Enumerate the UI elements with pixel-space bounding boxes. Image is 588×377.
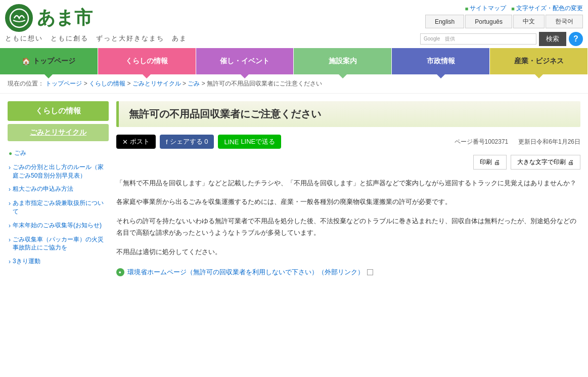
breadcrumb-gomi[interactable]: ごみ (188, 80, 200, 87)
print-large-button[interactable]: 大きな文字で印刷 🖨 (511, 155, 580, 170)
green-dot-icon: ● (9, 149, 12, 158)
arrow-icon: › (9, 199, 11, 208)
arrow-icon: › (9, 236, 11, 244)
main-area: くらしの情報 ごみとリサイクル ● ごみ › ごみの分別と出し方のルール（家庭ご… (0, 94, 588, 284)
arrow-icon: › (9, 222, 11, 230)
svg-text:●: ● (119, 270, 121, 275)
share-facebook-button[interactable]: f シェアする 0 (160, 135, 214, 149)
site-title: あま市 (37, 6, 93, 30)
sidebar-item-3kiri[interactable]: › 3きり運動 (8, 255, 109, 269)
header-right: ■ サイトマップ ■ 文字サイズ・配色の変更 English Português… (420, 4, 583, 46)
nav-arrow (241, 74, 249, 78)
logo-icon (5, 4, 33, 32)
logo-title: あま市 (5, 4, 187, 32)
sidebar-section[interactable]: ごみとリサイクル (8, 124, 109, 141)
share-x-button[interactable]: ✕ ポスト (116, 135, 156, 149)
facebook-icon: f (166, 138, 168, 146)
breadcrumb: 現在の位置： トップページ > くらしの情報 > ごみとリサイクル > ごみ >… (0, 74, 588, 94)
printer-icon: 🖨 (494, 159, 500, 166)
nav-moyoshi[interactable]: 催し・イベント (196, 48, 294, 74)
help-button[interactable]: ? (569, 32, 583, 46)
x-icon: ✕ (122, 138, 128, 146)
body-paragraph-2: 各家庭や事業所から出るごみを収集運搬するためには、産業・一般各種別の廃棄物収集運… (116, 196, 580, 207)
sidebar-item-sodai[interactable]: › 粗大ごみの申込み方法 (8, 182, 109, 196)
search-input[interactable] (455, 35, 495, 43)
body-paragraph-3: それらの許可を持たないいわゆる無許可業者で不用品を処分した後、不法投棄などのトラ… (116, 215, 580, 239)
page-meta: ページ番号1002371 更新日令和6年1月26日 (455, 138, 580, 146)
arrow-icon: › (9, 258, 11, 266)
header: あま市 ともに想い ともに創る ずっと大好きなまち あま ■ サイトマップ ■ … (0, 0, 588, 74)
search-area: Google 提供 検索 ? (420, 32, 583, 46)
arrow-icon: › (9, 185, 11, 194)
share-bar: ✕ ポスト f シェアする 0 LINE LINEで送る ページ番号100237… (116, 135, 580, 149)
printer-large-icon: 🖨 (568, 159, 574, 166)
nav-arrow (535, 74, 543, 78)
breadcrumb-prefix: 現在の位置： (8, 80, 44, 87)
nav-arrow (44, 74, 53, 78)
lang-english[interactable]: English (425, 15, 464, 28)
page-heading: 無許可の不用品回収業者にご注意ください (116, 101, 580, 127)
share-line-button[interactable]: LINE LINEで送る (218, 135, 281, 149)
home-icon: 🏠 (22, 57, 30, 65)
nav-top[interactable]: 🏠 トップページ (0, 48, 98, 74)
google-label: Google 提供 (424, 35, 455, 43)
sidebar-nav: ● ごみ › ごみの分別と出し方のルール（家庭ごみ50音別分別早見表） › 粗大… (8, 146, 109, 269)
body-paragraph-1: 「無料で不用品を回収します」などと記載したチラシや、「不用品を回収します」と拡声… (116, 177, 580, 189)
sidebar-item-packer[interactable]: › ごみ収集車（パッカー車）の火災事故防止にご協力を (8, 233, 109, 255)
arrow-icon: › (9, 163, 11, 172)
search-box: Google 提供 (420, 33, 536, 45)
utility-links: ■ サイトマップ ■ 文字サイズ・配色の変更 (465, 4, 583, 13)
sidebar-item-bunbetsu[interactable]: › ごみの分別と出し方のルール（家庭ごみ50音別分別早見表） (8, 160, 109, 183)
sidebar-item-fukuro[interactable]: › あま市指定ごみ袋兼取扱所について (8, 196, 109, 219)
print-button[interactable]: 印刷 🖨 (473, 155, 507, 170)
main-content: 無許可の不用品回収業者にご注意ください ✕ ポスト f シェアする 0 LINE… (116, 101, 580, 277)
nav-sangyo[interactable]: 産業・ビジネス (490, 48, 588, 74)
nav-arrow (437, 74, 445, 78)
logo-area: あま市 ともに想い ともに創る ずっと大好きなまち あま (5, 4, 187, 43)
lang-korean[interactable]: 한국어 (546, 15, 583, 28)
breadcrumb-top[interactable]: トップページ (46, 80, 82, 87)
sidebar: くらしの情報 ごみとリサイクル ● ごみ › ごみの分別と出し方のルール（家庭ご… (8, 101, 109, 277)
ext-icon: ● (116, 268, 124, 276)
line-icon: LINE (224, 138, 239, 146)
font-size-link[interactable]: ■ 文字サイズ・配色の変更 (511, 4, 583, 13)
header-top: あま市 ともに想い ともに創る ずっと大好きなまち あま ■ サイトマップ ■ … (0, 0, 588, 46)
nav-shisetsu[interactable]: 施設案内 (294, 48, 392, 74)
article-body: 「無料で不用品を回収します」などと記載したチラシや、「不用品を回収します」と拡声… (116, 177, 580, 258)
sidebar-item-nenmatu[interactable]: › 年末年始のごみ収集等(お知らせ) (8, 219, 109, 233)
nav-kurashi[interactable]: くらしの情報 (98, 48, 196, 74)
main-nav: 🏠 トップページ くらしの情報 催し・イベント 施設案内 市政情報 産業・ビジネ… (0, 48, 588, 74)
ext-link[interactable]: 環境省ホームページ（無許可の回収業者を利用しないで下さい）（外部リンク） (127, 268, 364, 277)
search-button[interactable]: 検索 (539, 32, 566, 46)
sidebar-category[interactable]: くらしの情報 (8, 101, 109, 121)
nav-shisei[interactable]: 市政情報 (392, 48, 490, 74)
tagline: ともに想い ともに創る ずっと大好きなまち あま (5, 34, 187, 43)
breadcrumb-gomi-recycle[interactable]: ごみとリサイクル (132, 80, 181, 87)
external-link-icon (367, 269, 373, 275)
sitemap-link[interactable]: ■ サイトマップ (465, 4, 507, 13)
breadcrumb-kurashi[interactable]: くらしの情報 (89, 80, 125, 87)
print-area: 印刷 🖨 大きな文字で印刷 🖨 (116, 155, 580, 170)
breadcrumb-current: 無許可の不用品回収業者にご注意ください (207, 80, 322, 87)
nav-arrow (339, 74, 347, 78)
ext-link-area: ● 環境省ホームページ（無許可の回収業者を利用しないで下さい）（外部リンク） (116, 268, 580, 277)
nav-arrow (143, 74, 151, 78)
sidebar-item-gomi[interactable]: ● ごみ (8, 146, 109, 160)
lang-portuguese[interactable]: Português (465, 15, 512, 28)
body-paragraph-4: 不用品は適切に処分してください。 (116, 246, 580, 258)
language-selector: English Português 中文 한국어 (425, 15, 583, 28)
lang-chinese[interactable]: 中文 (513, 15, 545, 28)
